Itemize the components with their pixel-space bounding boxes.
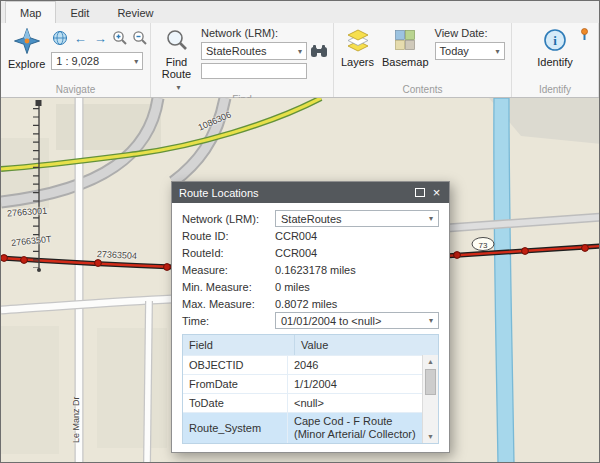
basemap-label: Basemap	[382, 56, 428, 68]
route-id-value: CCR004	[275, 230, 317, 242]
group-label-contents: Contents	[334, 84, 511, 97]
table-row[interactable]: FromDate 1/1/2004	[183, 374, 422, 393]
dropdown-arrow-icon: ▾	[492, 47, 500, 56]
route-shield: 73	[472, 238, 494, 251]
previous-extent-button[interactable]: ←	[71, 29, 89, 47]
explore-compass-icon	[14, 28, 40, 56]
field-label-max-measure: Max. Measure:	[182, 298, 275, 310]
measure-value: 0.1623178 miles	[275, 264, 356, 276]
table-cell-field: OBJECTID	[183, 356, 288, 374]
map-view[interactable]: 73 27663001 2766350T 27363504 1086306 Le…	[1, 98, 600, 463]
table-cell-field: Route_System	[183, 413, 288, 443]
table-cell-value: <null>	[288, 394, 422, 412]
layers-icon	[346, 28, 370, 54]
table-scrollbar[interactable]: ▲ ▼	[422, 355, 438, 443]
table-header-value: Value	[295, 335, 438, 355]
binoculars-icon	[310, 44, 328, 58]
identify-label: Identify	[537, 56, 572, 68]
field-label-measure: Measure:	[182, 264, 275, 276]
network-lrm-value: StateRoutes	[206, 45, 267, 57]
view-date-label: View Date:	[435, 27, 507, 39]
find-route-button[interactable]: Find Route ▾	[156, 26, 197, 94]
table-header-field: Field	[183, 335, 295, 355]
dropdown-arrow-icon: ▾	[294, 47, 302, 56]
search-routes-button[interactable]	[310, 42, 328, 60]
table-row[interactable]: OBJECTID 2046	[183, 355, 422, 374]
dropdown-arrow-icon: ▾	[130, 57, 138, 66]
max-measure-value: 0.8072 miles	[275, 298, 337, 310]
tab-edit[interactable]: Edit	[56, 3, 103, 23]
layers-button[interactable]: Layers	[339, 26, 376, 84]
panel-body: Network (LRM): StateRoutes ▾ Route ID: C…	[172, 203, 449, 452]
ribbon: Explore ← →	[1, 23, 599, 98]
field-label-min-measure: Min. Measure:	[182, 281, 275, 293]
route-locations-panel: Route Locations × Network (LRM): StateRo…	[171, 181, 450, 453]
point-pin-icon	[577, 27, 592, 42]
identify-info-icon: i	[543, 28, 567, 54]
scroll-down-button[interactable]: ▼	[427, 430, 434, 443]
table-cell-field: FromDate	[183, 375, 288, 393]
find-route-magnifier-icon	[165, 28, 189, 54]
full-extent-button[interactable]	[51, 29, 69, 47]
tab-map[interactable]: Map	[5, 1, 56, 23]
route-id-input[interactable]	[201, 63, 307, 79]
table-header-row: Field Value	[183, 335, 438, 355]
svg-text:73: 73	[479, 241, 488, 250]
table-cell-value: Cape Cod - F Route (Minor Arterial/ Coll…	[288, 413, 422, 443]
group-label-navigate: Navigate	[1, 84, 150, 97]
maximize-icon	[415, 188, 425, 197]
find-route-label: Find Route	[158, 56, 195, 80]
table-row-selected[interactable]: Route_System Cape Cod - F Route (Minor A…	[183, 412, 422, 443]
min-measure-value: 0 miles	[275, 281, 310, 293]
magnifier-minus-icon	[132, 30, 148, 46]
table-cell-field: ToDate	[183, 394, 288, 412]
ribbon-group-find: Find Route ▾ Network (LRM): StateRoutes …	[151, 23, 334, 97]
basemap-icon	[393, 28, 417, 54]
globe-icon	[52, 30, 68, 46]
table-cell-value: 2046	[288, 356, 422, 374]
magnifier-plus-icon	[112, 30, 128, 46]
zoom-out-button[interactable]	[131, 29, 149, 47]
svg-text:i: i	[553, 33, 557, 48]
explore-label: Explore	[8, 58, 45, 70]
ribbon-group-navigate: Explore ← →	[1, 23, 151, 97]
map-scale-value: 1 : 9,028	[56, 55, 99, 67]
network-lrm-label: Network (LRM):	[201, 27, 328, 39]
table-cell-value: 1/1/2004	[288, 375, 422, 393]
close-button[interactable]: ×	[428, 184, 445, 201]
view-date-combobox[interactable]: Today ▾	[435, 42, 505, 60]
field-label-time: Time:	[182, 315, 275, 327]
scroll-thumb[interactable]	[425, 369, 436, 395]
routeid-value: CCR004	[275, 247, 317, 259]
add-point-tool-button[interactable]	[576, 26, 593, 43]
maximize-button[interactable]	[411, 184, 428, 201]
time-dropdown[interactable]: 01/01/2004 to <null> ▾	[275, 312, 439, 329]
layers-label: Layers	[341, 56, 374, 68]
application-window: Map Edit Review Explore	[0, 0, 600, 463]
next-extent-button[interactable]: →	[91, 29, 109, 47]
ribbon-group-contents: Layers Basemap View Date: Today ▾ Conten…	[334, 23, 512, 97]
field-label-network: Network (LRM):	[182, 213, 275, 225]
field-label-route-id: Route ID:	[182, 230, 275, 242]
tab-review[interactable]: Review	[103, 3, 167, 23]
network-lrm-combobox[interactable]: StateRoutes ▾	[201, 42, 307, 60]
map-label: 27363504	[97, 249, 138, 261]
panel-network-dropdown[interactable]: StateRoutes ▾	[275, 210, 439, 227]
field-label-routeid: RouteId:	[182, 247, 275, 259]
attributes-table: Field Value OBJECTID 2046 FromDate 1/1/2…	[182, 334, 439, 444]
ribbon-tab-bar: Map Edit Review	[1, 1, 599, 23]
dropdown-arrow-icon: ▾	[172, 82, 180, 94]
table-row[interactable]: ToDate <null>	[183, 393, 422, 412]
panel-title: Route Locations	[179, 187, 411, 199]
explore-button[interactable]: Explore	[6, 26, 47, 84]
group-label-identify: Identify	[512, 84, 598, 97]
panel-network-value: StateRoutes	[281, 213, 342, 225]
zoom-in-button[interactable]	[111, 29, 129, 47]
scroll-up-button[interactable]: ▲	[427, 355, 434, 368]
map-scale-combobox[interactable]: 1 : 9,028 ▾	[51, 52, 143, 70]
identify-button[interactable]: i Identify	[529, 26, 581, 84]
time-value: 01/01/2004 to <null>	[281, 315, 381, 327]
ribbon-group-identify: i Identify Identify	[512, 23, 599, 97]
basemap-button[interactable]: Basemap	[380, 26, 430, 84]
panel-titlebar[interactable]: Route Locations ×	[172, 182, 449, 203]
